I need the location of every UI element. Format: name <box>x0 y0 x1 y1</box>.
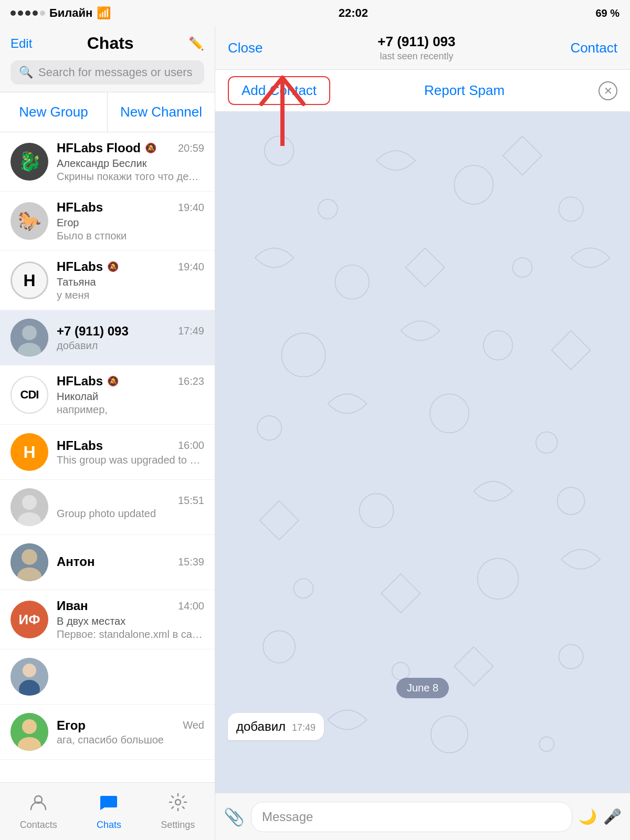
edit-button[interactable]: Edit <box>10 36 32 51</box>
chat-preview: Group photo updated <box>57 508 204 520</box>
avatar <box>10 658 48 696</box>
chat-info: HFLabs Flood 🔕 20:59 Александр Беслик Ск… <box>57 141 204 183</box>
svg-point-36 <box>263 631 295 663</box>
avatar: H <box>10 261 48 299</box>
message-time: 17:49 <box>292 722 316 733</box>
chat-info: HFLabs 16:00 This group was upgraded to … <box>57 438 204 466</box>
list-item[interactable]: +7 (911) 093 17:49 добавил <box>0 310 215 365</box>
list-item[interactable]: Антон 15:39 <box>0 535 215 590</box>
svg-point-24 <box>559 197 583 221</box>
right-header: Close +7 (911) 093 last seen recently Co… <box>215 26 630 70</box>
chat-preview: у меня <box>57 289 204 301</box>
chat-info: Иван 14:00 В двух местах Первое: standal… <box>57 598 204 640</box>
chat-time: 19:40 <box>178 202 204 214</box>
new-group-button[interactable]: New Group <box>0 92 108 132</box>
compose-button[interactable]: ✏️ <box>188 36 204 51</box>
message-text: добавил <box>236 719 286 734</box>
mic-icon[interactable]: 🎤 <box>603 808 622 825</box>
svg-point-1 <box>22 326 37 340</box>
nav-contacts-label: Contacts <box>20 820 57 831</box>
list-item[interactable]: CDI HFLabs 🔕 16:23 Николай например, <box>0 365 215 425</box>
left-header: Edit Chats ✏️ 🔍 Search for messages or u… <box>0 26 215 92</box>
search-placeholder: Search for messages or users <box>38 66 192 79</box>
avatar: CDI <box>10 376 48 414</box>
chat-time: 15:51 <box>178 495 204 507</box>
settings-icon <box>169 793 187 816</box>
svg-point-32 <box>360 494 394 528</box>
chat-time: 15:39 <box>178 556 204 568</box>
chat-info: HFLabs 🔕 19:40 Татьяна у меня <box>57 259 204 301</box>
chat-name: HFLabs <box>57 438 103 453</box>
status-bar: Билайн 📶 22:02 69 % <box>0 0 630 26</box>
chat-sub: В двух местах <box>57 615 204 627</box>
chat-info: Антон 15:39 <box>57 554 204 570</box>
add-contact-button[interactable]: Add Contact <box>228 76 330 105</box>
chat-time: 19:40 <box>178 261 204 273</box>
nav-contacts[interactable]: Contacts <box>20 793 57 831</box>
status-right: 69 % <box>595 7 620 19</box>
svg-point-4 <box>22 495 37 510</box>
avatar: 🐉 <box>10 143 48 181</box>
nav-chats-label: Chats <box>97 820 121 831</box>
svg-point-29 <box>257 416 281 440</box>
chat-name: HFLabs <box>57 374 103 388</box>
search-icon: 🔍 <box>19 66 33 79</box>
nav-settings[interactable]: Settings <box>161 793 195 831</box>
nav-chats[interactable]: Chats <box>97 793 121 831</box>
bottom-nav: Contacts Chats Settings <box>0 782 215 840</box>
chat-name: HFLabs <box>57 200 103 215</box>
chat-time: Wed <box>183 719 204 731</box>
report-spam-button[interactable]: Report Spam <box>424 82 505 99</box>
list-item[interactable] <box>0 649 215 705</box>
close-button[interactable]: Close <box>228 40 262 56</box>
dismiss-button[interactable]: ✕ <box>598 81 617 100</box>
search-bar[interactable]: 🔍 Search for messages or users <box>10 60 204 85</box>
chat-preview: Было в стпоки <box>57 230 204 242</box>
signal-dots <box>10 10 45 16</box>
message-input[interactable]: Message <box>251 802 572 832</box>
date-bubble: June 8 <box>396 678 449 698</box>
mute-icon: 🔕 <box>107 261 119 272</box>
list-item[interactable]: ИФ Иван 14:00 В двух местах Первое: stan… <box>0 590 215 649</box>
contact-name: +7 (911) 093 <box>377 34 455 50</box>
svg-point-33 <box>558 487 585 514</box>
header-top: Edit Chats ✏️ <box>10 34 204 60</box>
new-channel-button[interactable]: New Channel <box>108 92 215 132</box>
list-item[interactable]: H HFLabs 🔕 19:40 Татьяна у меня <box>0 251 215 310</box>
mute-icon: 🔕 <box>107 375 119 387</box>
list-item[interactable]: 🐎 HFLabs 19:40 Егор Было в стпоки <box>0 192 215 251</box>
chat-info: Егор Wed ага, спасибо большое <box>57 718 204 746</box>
list-item[interactable]: Егор Wed ага, спасибо большое <box>0 705 215 760</box>
svg-point-31 <box>536 432 558 454</box>
list-item[interactable]: H HFLabs 16:00 This group was upgraded t… <box>0 425 215 480</box>
svg-point-16 <box>175 800 181 805</box>
chat-name: Иван <box>57 598 88 613</box>
chat-preview: добавил <box>57 340 204 352</box>
emoji-icon[interactable]: 🌙 <box>579 808 597 825</box>
list-item[interactable]: 🐉 HFLabs Flood 🔕 20:59 Александр Беслик … <box>0 132 215 192</box>
attach-icon[interactable]: 📎 <box>224 807 245 827</box>
chat-sub: Татьяна <box>57 276 204 288</box>
avatar <box>10 319 48 356</box>
action-bar: Add Contact Report Spam ✕ <box>215 70 630 112</box>
chat-time: 14:00 <box>178 600 204 612</box>
svg-point-39 <box>431 716 468 753</box>
page-title: Chats <box>87 34 134 53</box>
chats-icon <box>99 793 118 816</box>
svg-point-13 <box>22 719 37 734</box>
svg-point-22 <box>318 200 338 219</box>
left-panel: Edit Chats ✏️ 🔍 Search for messages or u… <box>0 26 215 840</box>
chat-preview: ага, спасибо большое <box>57 734 204 746</box>
contact-status: last seen recently <box>377 51 455 62</box>
avatar: 🐎 <box>10 202 48 240</box>
chat-time: 20:59 <box>178 142 204 154</box>
time-label: 22:02 <box>339 6 368 20</box>
right-panel: Close +7 (911) 093 last seen recently Co… <box>215 26 630 840</box>
operator-label: Билайн <box>49 6 92 20</box>
new-buttons-row: New Group New Channel <box>0 92 215 132</box>
chat-list: 🐉 HFLabs Flood 🔕 20:59 Александр Беслик … <box>0 132 215 782</box>
contact-button[interactable]: Contact <box>570 40 617 56</box>
svg-point-21 <box>265 136 294 165</box>
wifi-icon: 📶 <box>97 6 111 20</box>
list-item[interactable]: 15:51 Group photo updated <box>0 480 215 535</box>
